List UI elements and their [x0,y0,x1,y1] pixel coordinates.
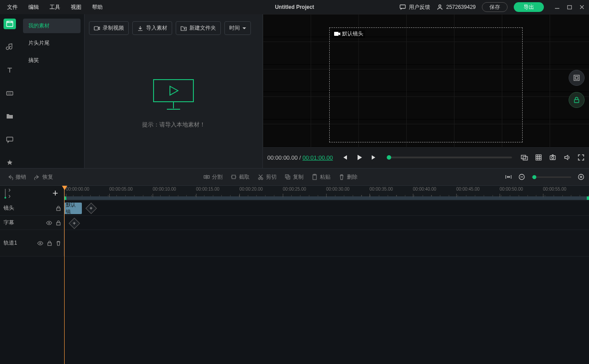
crop-button[interactable]: 截取 [228,172,252,183]
track-label-shot: 镜头 [4,204,14,212]
delete-track-icon[interactable] [56,241,61,246]
timeline: + 00:00:00.00 00:00:05.00 00:00:10.00 00… [0,186,589,364]
svg-point-32 [49,222,50,223]
zoom-out-icon[interactable] [518,173,525,180]
rail-comment-icon[interactable] [4,134,16,145]
svg-rect-12 [575,77,578,79]
preview-panel: 默认镜头 00:00:00.00 / 00:01:00.00 [263,14,589,168]
svg-rect-0 [400,5,405,8]
fit-timeline-icon[interactable] [505,174,512,180]
rail-effects-icon[interactable] [4,157,16,168]
svg-point-22 [258,178,260,180]
account-button[interactable]: 2572639429 [436,4,476,11]
delete-button[interactable]: 删除 [336,172,360,183]
zoom-slider[interactable] [531,176,571,178]
feedback-button[interactable]: 用户反馈 [399,4,430,11]
close-button[interactable] [579,4,585,10]
svg-rect-33 [57,222,60,225]
rail-folder-icon[interactable] [4,111,16,122]
add-keyframe-subtitle[interactable]: + [69,218,80,229]
menu-file[interactable]: 文件 [7,4,18,11]
import-media-button[interactable]: 导入素材 [132,21,172,35]
copy-button[interactable]: 复制 [282,172,306,183]
svg-rect-35 [48,243,51,245]
lock-icon[interactable] [47,241,52,246]
maximize-button[interactable] [567,4,572,10]
progress-bar[interactable] [387,157,512,158]
nav-my-materials[interactable]: 我的素材 [23,19,81,33]
redo-button[interactable]: 恢复 [31,172,56,183]
add-track-button[interactable]: + [50,188,61,199]
menu-view[interactable]: 视图 [71,4,81,11]
menu-help[interactable]: 帮助 [92,4,103,11]
rail-audio-icon[interactable] [4,42,16,52]
cut-button[interactable]: 剪切 [255,172,279,183]
svg-point-18 [552,157,554,159]
snap-toggle[interactable] [4,188,12,199]
sort-select[interactable]: 时间 [224,21,251,35]
play-button[interactable] [356,154,363,161]
lock-icon[interactable] [56,220,61,226]
project-title: Untitled Project [275,4,314,10]
preview-canvas[interactable]: 默认镜头 [263,14,589,147]
volume-icon[interactable] [563,154,570,161]
track-row-subtitle: 字幕 + [0,216,589,230]
svg-rect-20 [208,176,209,178]
svg-point-34 [40,242,41,244]
lock-icon[interactable] [56,206,61,211]
timeline-header-tools: + [0,186,64,201]
paste-button[interactable]: 粘贴 [309,172,333,183]
prev-frame-button[interactable] [341,154,348,161]
svg-rect-16 [536,155,541,160]
svg-point-1 [439,5,441,7]
visibility-icon[interactable] [46,220,52,226]
nav-funny[interactable]: 搞笑 [23,53,81,68]
time-display: 00:00:00.00 / 00:01:00.00 [267,154,333,161]
rail-text-icon[interactable] [4,65,16,76]
lock-toggle[interactable] [569,92,585,108]
visibility-icon[interactable] [37,241,43,246]
rail-caption-icon[interactable]: CC [4,88,16,99]
svg-rect-13 [574,100,579,103]
preview-controls: 00:00:00.00 / 00:01:00.00 [263,147,589,168]
menu-tools[interactable]: 工具 [50,4,60,11]
new-folder-button[interactable]: 新建文件夹 [176,21,221,35]
save-button[interactable]: 保存 [482,2,508,12]
svg-rect-8 [94,27,98,30]
safe-zone-toggle[interactable] [569,70,585,86]
next-frame-button[interactable] [371,154,378,161]
undo-button[interactable]: 撤销 [4,172,29,183]
empty-media-state[interactable]: 提示：请导入本地素材！ [85,38,262,168]
track-row-shot: 镜头 默认镜 + [0,201,589,216]
timeline-ruler[interactable]: 00:00:00.00 00:00:05.00 00:00:10.00 00:0… [64,186,589,201]
svg-rect-7 [7,137,13,141]
menu-edit[interactable]: 编辑 [28,4,39,11]
svg-rect-4 [7,21,13,27]
record-video-button[interactable]: 录制视频 [89,21,129,35]
nav-intros-outros[interactable]: 片头片尾 [23,36,81,50]
track-lane-subtitle[interactable]: + [64,216,589,230]
add-keyframe-shot[interactable]: + [85,203,96,214]
minimize-button[interactable] [554,4,560,10]
snapshot-icon[interactable] [549,154,556,161]
edit-toolbar: 撤销 恢复 分割 截取 剪切 复制 粘贴 删除 [0,168,589,186]
zoom-in-icon[interactable] [577,173,585,180]
clip-default-shot[interactable]: 默认镜 [64,203,82,214]
split-button[interactable]: 分割 [201,172,225,183]
svg-point-30 [4,197,6,199]
overlay-icon[interactable] [521,154,528,161]
track-lane-shot[interactable]: 默认镜 + [64,201,589,215]
track-row-1: 轨道1 [0,230,589,257]
fullscreen-icon[interactable] [577,154,585,161]
export-button[interactable]: 导出 [514,2,544,12]
playhead[interactable] [64,186,65,364]
svg-rect-21 [232,175,235,179]
svg-rect-10 [334,32,339,36]
svg-rect-15 [523,157,527,160]
total-duration-link[interactable]: 00:01:00.00 [303,154,333,161]
grid-icon[interactable] [535,154,542,161]
rail-media-icon[interactable] [4,19,16,29]
track-lane-1[interactable] [64,230,589,256]
empty-hint-text: 提示：请导入本地素材！ [142,121,205,129]
svg-rect-11 [574,75,579,80]
